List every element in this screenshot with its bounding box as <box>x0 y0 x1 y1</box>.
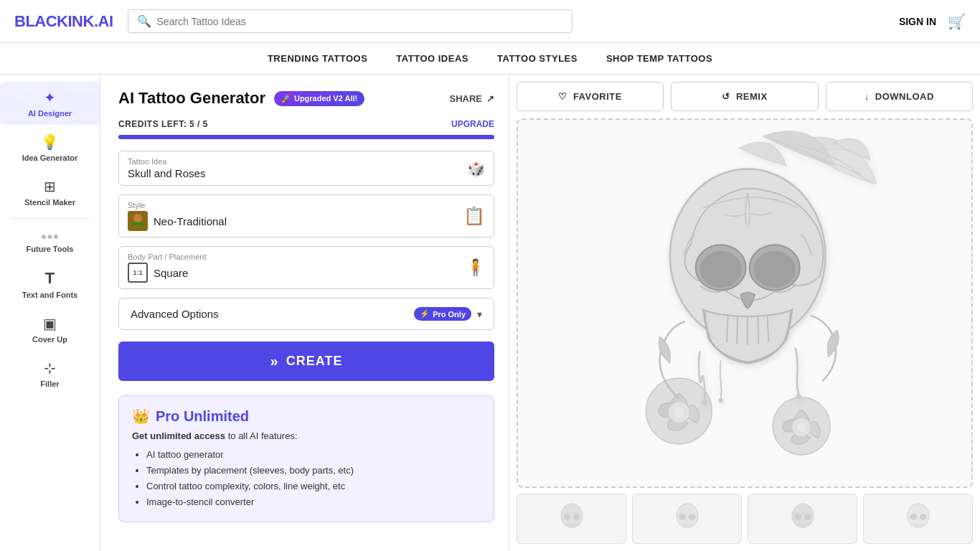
sidebar-label-filler: Filler <box>40 380 59 388</box>
download-label: DOWNLOAD <box>875 91 934 102</box>
nav-item-trending[interactable]: TRENDING TATTOOS <box>268 50 367 67</box>
sidebar-item-ai-designer[interactable]: ✦ AI Designer <box>0 82 100 125</box>
sign-in-button[interactable]: SIGN IN <box>899 16 936 27</box>
main-nav: TRENDING TATTOOS TATTOO IDEAS TATTOO STY… <box>0 43 980 75</box>
logo-part3: .AI <box>94 12 113 30</box>
tattoo-preview-box <box>517 118 973 488</box>
logo-part2: INK <box>68 12 94 30</box>
pro-feature-2: Templates by placement (sleeves, body pa… <box>146 463 481 479</box>
sidebar-item-future-tools[interactable]: ●●● Future Tools <box>0 223 100 260</box>
upgraded-text: Upgraded V2 All! <box>294 94 357 103</box>
tattoo-idea-value: Skull and Roses <box>128 167 485 179</box>
pro-feature-3: Control tattoo complexity, colors, line … <box>146 479 481 494</box>
share-icon: ↗ <box>486 93 494 104</box>
svg-line-16 <box>758 316 758 344</box>
square-icon: 1:1 <box>128 263 148 283</box>
svg-point-19 <box>796 393 801 398</box>
svg-point-18 <box>702 399 707 405</box>
favorite-button[interactable]: ♡ FAVORITE <box>517 82 664 111</box>
body-part-value-text: Square <box>154 267 188 279</box>
nav-item-styles[interactable]: TATTOO STYLES <box>497 50 578 67</box>
pro-card-desc-bold: Get unlimited access <box>132 430 225 441</box>
svg-point-30 <box>804 514 811 519</box>
style-value-row: Neo-Traditional <box>128 211 485 231</box>
content: AI Tattoo Generator 🚀 Upgraded V2 All! S… <box>100 75 980 551</box>
sidebar-label-ai-designer: AI Designer <box>28 109 72 118</box>
body-part-field[interactable]: Body Part / Placement 1:1 Square 🧍 <box>118 246 494 289</box>
svg-point-26 <box>679 514 686 519</box>
main-layout: ✦ AI Designer 💡 Idea Generator ⊞ Stencil… <box>0 75 980 551</box>
advanced-options-right: ⚡ Pro Only ▾ <box>414 307 482 321</box>
sidebar-item-text-fonts[interactable]: T Text and Fonts <box>0 262 100 306</box>
svg-point-24 <box>573 514 580 519</box>
progress-bar-wrap <box>118 135 494 139</box>
remix-button[interactable]: ↺ REMIX <box>671 82 818 111</box>
sidebar-item-filler[interactable]: ⊹ Filler <box>0 352 100 395</box>
dice-icon[interactable]: 🎲 <box>467 160 485 177</box>
page-title-row: AI Tattoo Generator 🚀 Upgraded V2 All! S… <box>118 89 494 108</box>
svg-point-4 <box>673 406 685 418</box>
text-fonts-icon: T <box>45 269 55 288</box>
header-right: SIGN IN 🛒 <box>899 13 966 30</box>
pro-card-desc: Get unlimited access to all AI features: <box>132 430 481 441</box>
share-button[interactable]: SHARE ↗ <box>449 93 494 104</box>
body-person-icon[interactable]: 🧍 <box>466 258 485 277</box>
search-icon: 🔍 <box>137 14 151 28</box>
ai-designer-icon: ✦ <box>44 89 56 106</box>
svg-point-33 <box>919 514 926 519</box>
body-part-value-row: 1:1 Square <box>128 263 485 283</box>
logo: BLACKINK.AI <box>14 12 113 31</box>
sidebar: ✦ AI Designer 💡 Idea Generator ⊞ Stencil… <box>0 75 100 551</box>
sidebar-item-cover-up[interactable]: ▣ Cover Up <box>0 308 100 351</box>
svg-point-1 <box>133 214 142 222</box>
sidebar-item-stencil-maker[interactable]: ⊞ Stencil Maker <box>0 171 100 214</box>
create-arrows-icon: » <box>270 353 279 369</box>
left-panel: AI Tattoo Generator 🚀 Upgraded V2 All! S… <box>100 75 509 551</box>
sidebar-label-stencil-maker: Stencil Maker <box>24 198 75 207</box>
remix-label: REMIX <box>736 91 768 102</box>
cart-icon[interactable]: 🛒 <box>948 13 966 30</box>
favorite-label: FAVORITE <box>573 91 622 102</box>
search-input[interactable] <box>157 16 563 27</box>
style-label: Style <box>128 201 485 209</box>
nav-item-ideas[interactable]: TATTOO IDEAS <box>396 50 468 67</box>
style-field[interactable]: Style Neo-Traditional 📋 <box>118 194 494 237</box>
advanced-options-wrap[interactable]: Advanced Options ⚡ Pro Only ▾ <box>118 298 494 330</box>
upgraded-icon: 🚀 <box>281 94 291 103</box>
sidebar-divider <box>10 218 90 219</box>
remix-icon: ↺ <box>722 91 730 102</box>
sidebar-label-cover-up: Cover Up <box>32 335 67 344</box>
sidebar-item-idea-generator[interactable]: 💡 Idea Generator <box>0 126 100 169</box>
svg-point-32 <box>910 514 917 519</box>
thumbnail-2[interactable] <box>632 494 742 544</box>
tattoo-idea-field[interactable]: Tattoo Idea Skull and Roses 🎲 <box>118 151 494 186</box>
download-button[interactable]: ↓ DOWNLOAD <box>826 82 973 111</box>
nav-item-shop[interactable]: SHOP TEMP TATTOOS <box>606 50 712 67</box>
svg-point-21 <box>718 397 723 402</box>
thumbnail-1[interactable] <box>517 494 626 544</box>
search-bar[interactable]: 🔍 <box>128 9 573 33</box>
svg-point-11 <box>700 250 742 288</box>
svg-point-12 <box>754 250 796 288</box>
svg-point-23 <box>563 514 570 519</box>
future-tools-icon: ●●● <box>41 230 59 242</box>
create-label: CREATE <box>286 354 343 369</box>
thumbnail-4[interactable] <box>863 494 973 544</box>
create-button[interactable]: » CREATE <box>118 342 494 381</box>
svg-point-7 <box>796 422 807 433</box>
body-part-label: Body Part / Placement <box>128 253 485 261</box>
style-picker-icon[interactable]: 📋 <box>463 206 485 226</box>
credits-row: CREDITS LEFT: 5 / 5 UPGRADE <box>118 119 494 129</box>
upgrade-button[interactable]: UPGRADE <box>451 119 494 129</box>
idea-generator-icon: 💡 <box>41 133 59 151</box>
bottom-thumbnails <box>517 494 973 544</box>
svg-point-29 <box>794 514 801 519</box>
style-value-text: Neo-Traditional <box>154 215 227 227</box>
share-label: SHARE <box>449 93 482 104</box>
pro-label: Pro Only <box>433 310 466 319</box>
chevron-down-icon[interactable]: ▾ <box>477 309 482 320</box>
svg-point-27 <box>688 514 695 519</box>
upgraded-badge: 🚀 Upgraded V2 All! <box>274 91 364 106</box>
thumbnail-3[interactable] <box>748 494 857 544</box>
svg-line-14 <box>737 316 738 344</box>
